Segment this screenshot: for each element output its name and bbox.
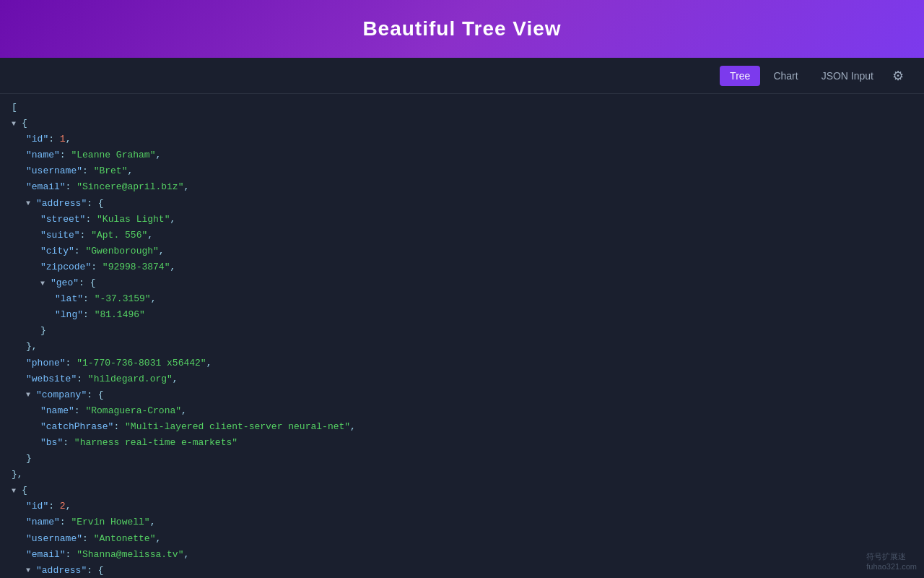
tree-line: ▼ "address": { <box>12 196 912 212</box>
tree-line: "lat": "-37.3159", <box>12 291 912 307</box>
tree-line: ▼ "address": { <box>12 563 912 578</box>
tree-line: "suite": "Apt. 556", <box>12 228 912 243</box>
collapse-toggle[interactable]: ▼ <box>26 197 35 210</box>
tree-line: ▼ "company": { <box>12 387 912 403</box>
tree-line: "lng": "81.1496" <box>12 307 912 323</box>
tree-line: "bs": "harness real-time e-markets" <box>12 435 912 451</box>
tree-line: "id": 2, <box>12 499 912 514</box>
tree-line: [ <box>12 100 912 116</box>
tree-line: "phone": "1-770-736-8031 x56442", <box>12 355 912 371</box>
watermark-line2: fuhao321.com <box>866 562 917 571</box>
tree-line: "website": "hildegard.org", <box>12 371 912 387</box>
watermark: 符号扩展迷 fuhao321.com <box>866 551 917 571</box>
tree-line: "username": "Bret", <box>12 163 912 179</box>
app-title: Beautiful Tree View <box>362 17 561 40</box>
app-header: Beautiful Tree View <box>0 0 924 58</box>
tree-line: "email": "Shanna@melissa.tv", <box>12 547 912 563</box>
chart-tab[interactable]: Chart <box>763 66 808 86</box>
tree-line: }, <box>12 467 912 483</box>
tree-line: "name": "Leanne Graham", <box>12 147 912 163</box>
watermark-line1: 符号扩展迷 <box>866 551 917 562</box>
tree-line: "name": "Romaguera-Crona", <box>12 403 912 419</box>
tree-tab[interactable]: Tree <box>720 66 760 86</box>
tree-view: [ ▼ { "id": 1, "name": "Leanne Graham", … <box>0 94 924 578</box>
tree-line: "street": "Kulas Light", <box>12 212 912 228</box>
tree-line: ▼ "geo": { <box>12 275 912 291</box>
tree-line: "username": "Antonette", <box>12 531 912 547</box>
tree-line: "email": "Sincere@april.biz", <box>12 179 912 195</box>
tree-line: } <box>12 451 912 467</box>
tree-line: }, <box>12 339 912 355</box>
tree-line: "catchPhrase": "Multi-layered client-ser… <box>12 419 912 435</box>
collapse-toggle[interactable]: ▼ <box>12 485 20 497</box>
collapse-toggle[interactable]: ▼ <box>26 389 35 401</box>
tree-line: } <box>12 323 912 339</box>
collapse-toggle[interactable]: ▼ <box>12 118 20 130</box>
tree-line: "zipcode": "92998-3874", <box>12 259 912 275</box>
json-input-tab[interactable]: JSON Input <box>811 66 884 86</box>
collapse-toggle[interactable]: ▼ <box>40 277 49 290</box>
tree-line: ▼ { <box>12 116 912 131</box>
tree-line: "city": "Gwenborough", <box>12 243 912 259</box>
toolbar: Tree Chart JSON Input ⚙ <box>0 58 924 94</box>
settings-button[interactable]: ⚙ <box>886 65 910 87</box>
tree-line: ▼ { <box>12 483 912 499</box>
collapse-toggle[interactable]: ▼ <box>26 564 35 577</box>
tree-line: "id": 1, <box>12 131 912 147</box>
tree-line: "name": "Ervin Howell", <box>12 514 912 530</box>
